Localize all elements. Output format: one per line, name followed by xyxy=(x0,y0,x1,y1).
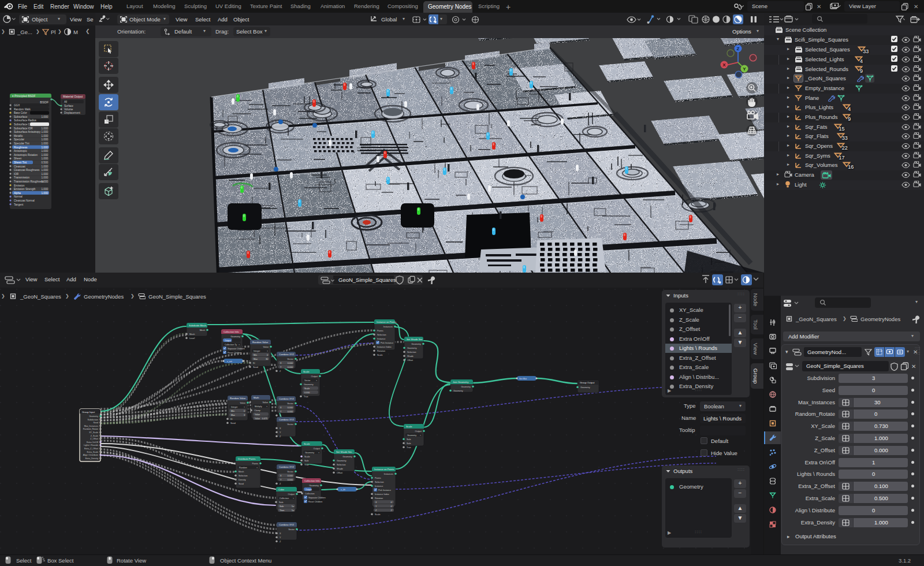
svg-text:1.000: 1.000 xyxy=(42,157,49,160)
svg-text:▾: ▾ xyxy=(318,452,319,454)
svg-text:Sale: Sale xyxy=(304,460,309,462)
svg-text:Geometry: Geometry xyxy=(411,343,421,345)
svg-text:Metallic: Metallic xyxy=(14,135,23,137)
svg-text:True: True xyxy=(304,396,308,398)
svg-text:Combine XYZ: Combine XYZ xyxy=(279,397,295,400)
svg-text:Integer: Integer xyxy=(254,350,260,352)
svg-text:Geometry: Geometry xyxy=(407,434,416,437)
svg-text:Lights \ Rounds: Lights \ Rounds xyxy=(84,444,98,446)
svg-text:Instance on Points: Instance on Points xyxy=(377,321,396,323)
svg-text:Extra_Z_Offset: Extra_Z_Offset xyxy=(84,448,98,450)
svg-text:30: 30 xyxy=(266,358,268,360)
svg-text:1.000: 1.000 xyxy=(42,165,49,168)
svg-text:Sale: Sale xyxy=(280,505,284,508)
svg-text:Level: Level xyxy=(189,337,195,340)
svg-text:Pick Instance: Pick Instance xyxy=(378,489,391,491)
svg-text:Integer: Integer xyxy=(231,406,238,408)
svg-text:Output: Output xyxy=(288,493,295,496)
svg-text:Seed: Seed xyxy=(239,483,244,485)
svg-text:Scale: Scale xyxy=(304,442,310,445)
svg-text:Points: Points xyxy=(375,477,381,479)
svg-text:Sheen: Sheen xyxy=(14,157,22,160)
svg-text:Extra_Scale: Extra_Scale xyxy=(87,451,98,453)
svg-text:All: All xyxy=(64,100,67,103)
svg-text:1.000: 1.000 xyxy=(42,173,49,176)
svg-text:Clearcoat Roughness: Clearcoat Roughness xyxy=(14,169,40,172)
svg-text:Geometry: Geometry xyxy=(89,415,98,418)
svg-text:Selection: Selection xyxy=(239,475,248,477)
svg-text:Geometry: Geometry xyxy=(337,460,346,462)
svg-text:Seed: Seed xyxy=(253,366,258,368)
svg-text:Separate Children: Separate Children xyxy=(308,497,326,499)
svg-text:Base Color: Base Color xyxy=(14,111,27,114)
svg-text:Mesh: Mesh xyxy=(200,329,205,332)
svg-text:0.000: 0.000 xyxy=(288,366,293,368)
svg-text:Y: Y xyxy=(743,66,746,72)
svg-text:Shade: Shade xyxy=(407,355,413,358)
svg-text:Seed: Seed xyxy=(94,422,98,424)
svg-text:Vector: Vector xyxy=(287,403,293,405)
svg-text:Then: Then xyxy=(280,509,284,512)
svg-text:1.000: 1.000 xyxy=(42,154,49,157)
svg-text:Join Geometry: Join Geometry xyxy=(453,381,469,383)
svg-text:Offset: Offset xyxy=(407,359,413,362)
svg-text:0: 0 xyxy=(244,410,245,412)
svg-text:Output: Output xyxy=(311,375,318,378)
svg-text:Vector: Vector xyxy=(287,358,293,360)
svg-text:Subsurface: Subsurface xyxy=(14,116,28,118)
svg-text:IOR: IOR xyxy=(14,173,19,176)
svg-text:1.000: 1.000 xyxy=(42,135,49,137)
svg-text:Pick Instance: Pick Instance xyxy=(381,342,393,344)
svg-text:Clearcoat: Clearcoat xyxy=(14,165,25,168)
svg-text:▾: ▾ xyxy=(266,405,267,408)
svg-text:Combine XYZ: Combine XYZ xyxy=(279,523,295,526)
svg-text:Reset Children: Reset Children xyxy=(228,352,241,354)
svg-text:0.000: 0.000 xyxy=(288,475,293,477)
svg-text:Value: Value xyxy=(263,401,268,404)
svg-text:Scale: Scale xyxy=(375,513,381,516)
svg-text:1.000: 1.000 xyxy=(42,116,49,118)
svg-text:Min: Min xyxy=(231,410,234,412)
svg-text:Combine XYZ: Combine XYZ xyxy=(279,353,295,356)
svg-text:Output: Output xyxy=(415,430,422,433)
svg-text:True: True xyxy=(407,446,411,449)
svg-text:Geometry: Geometry xyxy=(309,485,319,487)
svg-text:5x: 5x xyxy=(292,509,294,512)
svg-text:▾: ▾ xyxy=(256,467,258,469)
svg-text:1.000: 1.000 xyxy=(42,150,49,152)
svg-text:Vector: Vector xyxy=(287,471,293,473)
svg-text:Seed: Seed xyxy=(230,422,236,425)
svg-text:Clamp: Clamp xyxy=(254,409,260,412)
svg-text:Rotation: Rotation xyxy=(377,350,385,352)
svg-text:Geometry: Geometry xyxy=(304,383,314,386)
svg-text:1.000: 1.000 xyxy=(42,176,49,179)
svg-text:Geometry: Geometry xyxy=(342,456,352,458)
svg-text:Roughness: Roughness xyxy=(14,146,28,149)
svg-text:GGX: GGX xyxy=(14,104,20,107)
svg-text:Separate Children: Separate Children xyxy=(228,348,245,350)
svg-text:▾: ▾ xyxy=(316,379,317,382)
svg-text:Offset: Offset xyxy=(337,472,343,474)
svg-text:0.475: 0.475 xyxy=(262,418,267,420)
svg-text:Specular Tint: Specular Tint xyxy=(14,142,30,145)
svg-text:1.000: 1.000 xyxy=(42,131,49,133)
svg-text:0.000: 0.000 xyxy=(288,411,293,413)
svg-text:0.000: 0.000 xyxy=(288,407,293,409)
svg-text:Volume: Volume xyxy=(64,108,73,111)
svg-text:Instance on Points: Instance on Points xyxy=(374,468,394,471)
svg-text:Subdivide Mesh: Subdivide Mesh xyxy=(189,324,206,327)
svg-text:1.000: 1.000 xyxy=(42,138,49,141)
svg-text:Scale: Scale xyxy=(303,370,310,373)
svg-text:Scale: Scale xyxy=(406,425,412,428)
svg-text:Points: Points xyxy=(377,330,383,332)
svg-text:Subsurface Anisotropy: Subsurface Anisotropy xyxy=(14,131,41,133)
svg-text:▾: ▾ xyxy=(293,497,294,500)
svg-text:0.000: 0.000 xyxy=(288,362,293,364)
svg-text:Distribute Points: Distribute Points xyxy=(238,457,256,460)
svg-text:Value: Value xyxy=(255,418,260,420)
svg-text:Mesh: Mesh xyxy=(239,471,244,473)
svg-text:Scale: Scale xyxy=(304,456,310,458)
svg-text:Random Walk: Random Walk xyxy=(14,108,31,111)
svg-text:Mesh: Mesh xyxy=(189,333,195,336)
svg-text:Min: Min xyxy=(254,354,257,356)
